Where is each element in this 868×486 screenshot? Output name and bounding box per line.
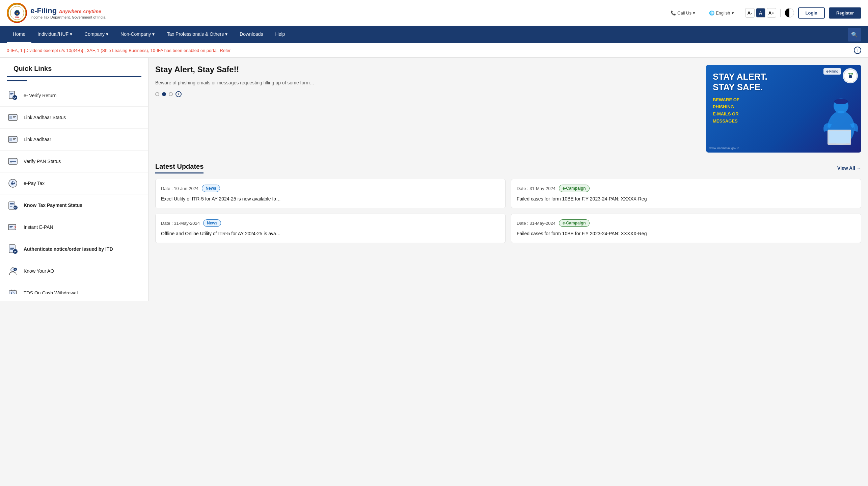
login-button[interactable]: Login [798,7,825,19]
carousel-dot-3[interactable] [169,92,173,96]
card-badge-1: News [202,185,220,192]
sidebar-item-linkaadhaar[interactable]: Link Aadhaar [0,129,148,151]
quick-links-underline [7,80,27,81]
epay-tax-icon [7,177,19,189]
update-card-4[interactable]: Date : 31-May-2024 e-Campaign Failed cas… [511,214,861,243]
main-layout: Quick Links e- Verify Return Link Aadhaa… [0,58,868,301]
svg-text:?: ? [15,269,16,271]
carousel-pause-button[interactable]: ⏸ [175,91,182,97]
nav-company-dropdown-icon: ▾ [106,31,108,37]
svg-point-19 [13,249,18,254]
card-date-4: Date : 31-May-2024 [517,221,555,226]
update-card-3[interactable]: Date : 31-May-2024 News Offline and Onli… [155,214,506,243]
svg-rect-23 [9,291,17,294]
logo-subtitle: Income Tax Department, Government of Ind… [30,15,105,19]
card-meta-4: Date : 31-May-2024 e-Campaign [517,219,856,227]
font-normal-button[interactable]: A [756,8,765,18]
hero-section: Stay Alert, Stay Safe!! Beware of phishi… [155,65,861,153]
svg-rect-11 [9,138,12,141]
logo-text: e-Filing Anywhere Anytime Income Tax Dep… [30,6,105,19]
hero-img-url: www.incometax.gov.in [709,146,739,150]
register-button[interactable]: Register [829,7,861,19]
updates-cards-grid: Date : 10-Jun-2024 News Excel Utility of… [155,179,861,243]
instant-epan-icon [7,221,19,233]
divider-3 [780,9,781,17]
view-all-arrow-icon: → [857,165,861,171]
latest-updates-title-container: Latest Updates [155,163,204,173]
nav-downloads[interactable]: Downloads [234,26,269,43]
quick-links-list: e- Verify Return Link Aadhaar Status Lin… [0,85,148,294]
ticker-pause-button[interactable]: ⏸ [854,47,861,54]
hero-text: Stay Alert, Stay Safe!! Beware of phishi… [155,65,699,153]
font-controls: A- A A+ [745,8,776,18]
nav-search-button[interactable]: 🔍 [848,28,861,42]
card-date-1: Date : 10-Jun-2024 [161,186,198,191]
hero-img-title: STAY ALERT.STAY SAFE. [713,72,767,92]
sidebar-item-label-taxpaymentstatus: Know Tax Payment Status [24,202,82,208]
card-title-1: Excel Utility of ITR-5 for AY 2024-25 is… [161,195,500,202]
card-meta-1: Date : 10-Jun-2024 News [161,185,500,192]
sidebar-item-everify[interactable]: e- Verify Return [0,85,148,107]
sidebar: Quick Links e- Verify Return Link Aadhaa… [0,58,148,301]
svg-point-33 [834,99,848,104]
card-title-2: Failed cases for form 10BE for F.Y 2023-… [517,195,856,202]
nav-help[interactable]: Help [269,26,291,43]
latest-updates-section: Latest Updates View All → Date : 10-Jun-… [155,163,861,243]
card-date-2: Date : 31-May-2024 [517,186,555,191]
sidebar-item-label-knowao: Know Your AO [24,268,54,274]
tds-icon [7,287,19,294]
nav-noncompany[interactable]: Non-Company ▾ [114,26,161,43]
hero-title: Stay Alert, Stay Safe!! [155,65,699,74]
sidebar-item-instantepan[interactable]: Instant E-PAN [0,216,148,238]
right-content: Stay Alert, Stay Safe!! Beware of phishi… [148,58,868,301]
sidebar-item-knowao[interactable]: ? Know Your AO [0,260,148,282]
nav-individual[interactable]: Individual/HUF ▾ [31,26,78,43]
latest-updates-title: Latest Updates [155,163,204,173]
hero-description: Beware of phishing emails or messages re… [155,79,699,86]
nav-company[interactable]: Company ▾ [78,26,114,43]
carousel-dot-2[interactable] [162,92,166,96]
pan-status-icon [7,155,19,167]
aadhaar-status-icon [7,111,19,124]
nav-taxprofessionals[interactable]: Tax Professionals & Others ▾ [161,26,234,43]
search-icon: 🔍 [851,31,858,38]
update-card-1[interactable]: Date : 10-Jun-2024 News Excel Utility of… [155,179,506,208]
call-us-button[interactable]: 📞 Call Us ▾ [668,9,698,17]
know-ao-icon: ? [7,265,19,277]
view-all-button[interactable]: View All → [837,165,861,171]
globe-icon: 🌐 [709,10,714,16]
svg-rect-17 [8,224,16,230]
quick-links-title: Quick Links [7,65,141,77]
ticker-text: 0-IEA, 1 {Dividend exempt u/s 10(34B)} ,… [7,48,854,53]
svg-text:INDIA: INDIA [15,16,19,18]
language-selector[interactable]: 🌐 English ▾ [706,9,737,17]
card-meta-3: Date : 31-May-2024 News [161,219,500,227]
sidebar-item-taxpaymentstatus[interactable]: Know Tax Payment Status [0,194,148,216]
link-aadhaar-icon [7,133,19,145]
sidebar-item-aadharstatus[interactable]: Link Aadhaar Status [0,107,148,129]
updates-header: Latest Updates View All → [155,163,861,173]
carousel-dot-1[interactable] [155,92,159,96]
hero-img-subtitle: BEWARE OFPHISHINGE-MAILS ORMESSAGES [713,97,767,125]
news-ticker: 0-IEA, 1 {Dividend exempt u/s 10(34B)} ,… [0,43,868,58]
sidebar-item-label-instantepan: Instant E-PAN [24,224,53,230]
divider-2 [741,9,741,17]
nav-home[interactable]: Home [7,26,31,43]
sidebar-item-epaytax[interactable]: e-Pay Tax [0,172,148,194]
svg-point-7 [12,95,17,100]
logo-emblem: भारत 🦁 INDIA [7,3,27,23]
font-increase-button[interactable]: A+ [767,8,776,18]
svg-text:भारत: भारत [848,73,853,75]
sidebar-item-label-authenticate: Authenticate notice/order issued by ITD [24,246,113,252]
update-card-2[interactable]: Date : 31-May-2024 e-Campaign Failed cas… [511,179,861,208]
sidebar-item-tds[interactable]: TDS On Cash Withdrawal [0,282,148,294]
top-right-controls: 📞 Call Us ▾ 🌐 English ▾ A- A A+ Login Re… [668,7,861,19]
nav-taxpro-dropdown-icon: ▾ [225,31,227,37]
sidebar-item-panstatus[interactable]: Verify PAN Status [0,151,148,172]
sidebar-item-label-tds: TDS On Cash Withdrawal [24,290,78,294]
authenticate-icon [7,243,19,255]
card-title-3: Offline and Online Utility of ITR-5 for … [161,230,500,237]
sidebar-item-authenticate[interactable]: Authenticate notice/order issued by ITD [0,238,148,260]
contrast-button[interactable] [785,8,794,18]
font-decrease-button[interactable]: A- [745,8,755,18]
